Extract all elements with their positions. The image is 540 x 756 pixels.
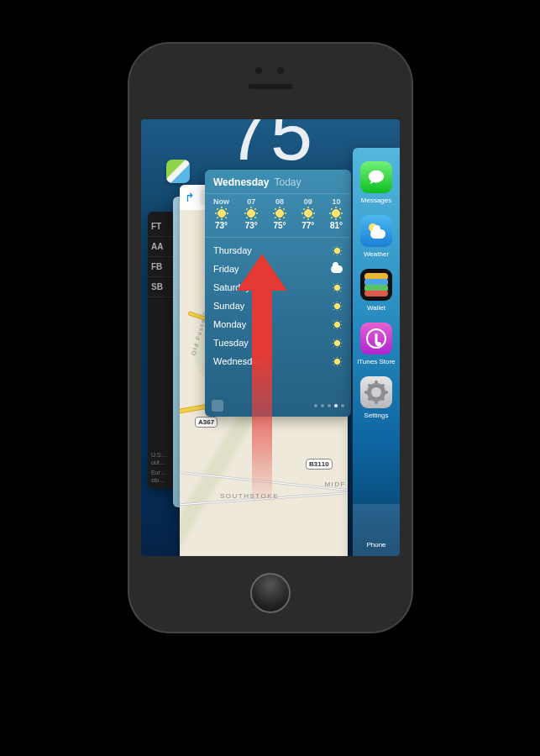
sun-cloud-icon [367,223,385,239]
speech-bubble-icon [367,168,385,186]
sun-icon [333,284,341,291]
app-label: iTunes Store [357,358,395,365]
sun-icon [246,208,256,218]
wallet-app-icon[interactable] [360,269,392,301]
map-place-label: MIDF [324,480,346,488]
app-switcher-card-home[interactable]: Messages Weather Wallet iTunes Store Set… [353,148,400,556]
weather-page-dots[interactable] [314,404,344,407]
sun-icon [333,321,341,328]
page-dot [341,404,344,407]
earpiece-speaker [249,84,292,89]
weather-large-temperature: 75 [227,119,314,177]
map-place-label: SOUTHSTOKE [220,492,279,500]
itunes-store-app-icon[interactable] [360,323,392,354]
proximity-sensor [277,67,284,74]
weather-hourly-forecast[interactable]: Now73° 0773° 0875° 0977° 1081° [205,193,351,238]
weather-daily-row: Monday [213,315,343,333]
app-label: Phone [366,541,385,549]
page-dot [328,404,331,407]
home-button[interactable] [250,573,291,613]
music-note-icon [366,328,386,349]
weather-header: Wednesday Today [205,170,351,193]
road-shield: A367 [195,417,218,428]
home-dock: Phone [353,504,400,556]
weather-app-icon[interactable] [360,215,392,247]
sun-icon [275,208,285,218]
weather-today-label: Today [274,176,301,188]
device-top-area [129,44,412,119]
page-dot-active [334,404,338,407]
sun-icon [333,302,341,310]
weather-daily-row: Friday [213,260,343,278]
maps-app-icon[interactable] [166,160,190,183]
sun-icon [333,339,341,347]
road-shield: B3110 [306,459,333,470]
sun-icon [217,208,227,218]
wallet-cards-icon [364,273,388,297]
page-dot [321,404,324,407]
weather-hourly-item: 0875° [273,197,286,230]
app-label: Wallet [367,304,385,312]
weather-daily-row: Sunday [213,297,343,315]
maps-directions-icon[interactable]: ↱ [185,191,195,204]
sun-icon [303,208,313,218]
device-screen[interactable]: 75 FT AA FB SB U.S… out… Eur… sto… ↱ [141,119,400,556]
app-label: Weather [364,250,389,258]
weather-daily-row: Saturday [213,278,343,297]
weather-daily-row: Tuesday [213,333,343,352]
sun-icon [333,358,341,365]
sun-icon [333,247,341,255]
page-dot [314,404,317,407]
weather-hourly-item: Now73° [213,197,229,230]
cloud-icon [331,265,343,273]
app-switcher-card-weather[interactable]: Wednesday Today Now73° 0773° 0875° 0977°… [205,170,351,417]
sun-icon [331,208,341,218]
weather-hourly-item: 1081° [330,197,343,230]
weather-daily-row: Wednesday [213,352,343,370]
weather-daily-row: Thursday [213,241,343,260]
app-label: Settings [364,412,389,419]
messages-app-icon[interactable] [360,161,392,193]
gear-icon [367,383,385,402]
app-label: Messages [361,197,391,204]
weather-hourly-item: 0773° [245,197,258,230]
weather-hourly-item: 0977° [301,197,314,230]
weather-day-name: Wednesday [213,176,269,188]
weather-provider-logo[interactable] [212,400,223,412]
front-camera [255,67,262,74]
weather-footer [212,400,344,412]
weather-daily-forecast[interactable]: Thursday Friday Saturday Sunday Monday T… [205,238,351,374]
settings-app-icon[interactable] [360,376,392,408]
iphone-device-frame: 75 FT AA FB SB U.S… out… Eur… sto… ↱ [129,44,412,632]
